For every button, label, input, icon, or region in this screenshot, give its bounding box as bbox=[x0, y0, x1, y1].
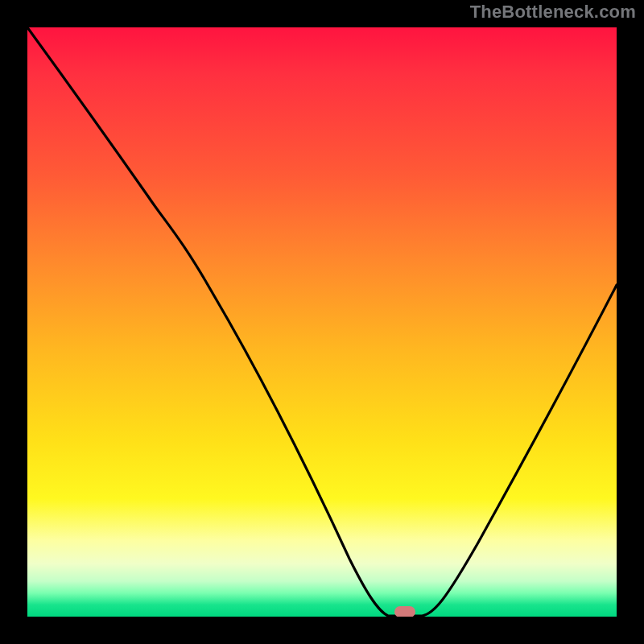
attribution-text: TheBottleneck.com bbox=[470, 2, 636, 23]
optimal-marker bbox=[394, 606, 415, 617]
plot-area bbox=[27, 27, 617, 617]
curve-path bbox=[27, 27, 617, 616]
chart-frame: TheBottleneck.com bbox=[0, 0, 644, 644]
bottleneck-curve bbox=[27, 27, 617, 617]
